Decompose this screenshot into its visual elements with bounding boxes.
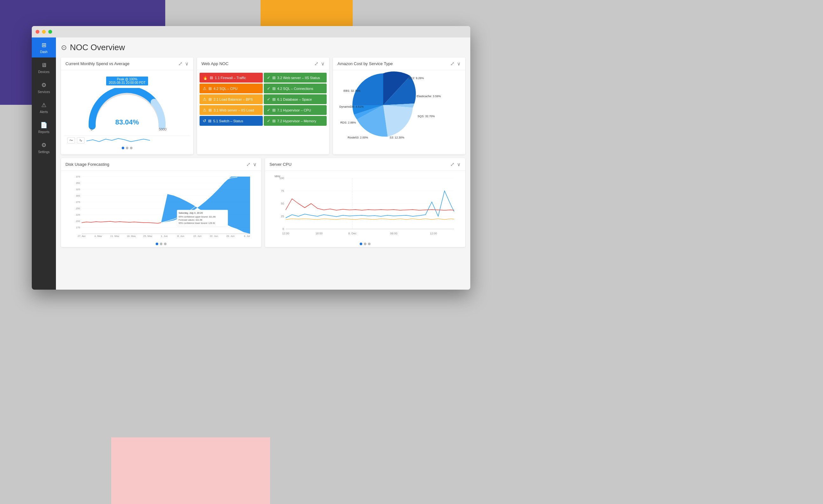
sidebar-item-devices[interactable]: 🖥 Devices <box>32 57 56 77</box>
widget-cpu-controls[interactable]: ⤢ ∨ <box>450 161 461 167</box>
noc-sql-conn-label: 4.2 SQL – Connections <box>278 87 313 90</box>
noc-item-hyp-mem[interactable]: ✓ ▤ 7.2 Hypervisor – Memory <box>264 116 327 126</box>
noc-item-sql-cpu[interactable]: ⚠ ▤ 4.2 SQL – CPU <box>199 83 263 93</box>
noc-item-iis-load[interactable]: ⚠ ▤ 3.1 Web server – IIS Load <box>199 105 263 115</box>
sidebar-label-alerts: Alerts <box>40 110 48 114</box>
noc-firewall-label: 1.1 Firewall – Traffic <box>215 76 246 80</box>
dot-nav-1[interactable] <box>122 147 124 149</box>
widget-disk-controls[interactable]: ⤢ ∨ <box>246 161 257 167</box>
noc-collapse-icon[interactable]: ∨ <box>321 61 325 67</box>
noc-item-icon2: ▤ <box>210 75 213 80</box>
svg-text:22. Jun: 22. Jun <box>210 235 218 237</box>
cpu-dot-1[interactable] <box>360 243 362 245</box>
tooltip-date: Saturday, July 4, 20:20 <box>179 212 203 214</box>
widget-amazon-title: Amazon Cost by Service Type <box>337 61 393 66</box>
noc-warn-icon-2: ⚠ <box>203 97 206 101</box>
noc-item-firewall[interactable]: 🔥 ▤ 1.1 Firewall – Traffic <box>199 73 263 82</box>
noc-db-space-label: 6.1 Database – Space <box>278 97 312 101</box>
noc-item-icon2j: ▤ <box>272 119 276 123</box>
widget-cpu-header: Server CPU ⤢ ∨ <box>265 158 465 171</box>
widget-disk: Disk Usage Forecasting ⤢ ∨ <box>61 158 261 247</box>
noc-lb-label: 2.1 Load Balancer – BPS <box>213 97 253 101</box>
widget-disk-title: Disk Usage Forecasting <box>65 162 109 167</box>
svg-text:50: 50 <box>281 202 284 205</box>
label-s3: S3: 12.30% <box>389 136 404 139</box>
noc-item-sql-conn[interactable]: ✓ ▤ 4.2 SQL – Connections <box>264 83 327 93</box>
sidebar-item-alerts[interactable]: ⚠ Alerts <box>32 97 56 117</box>
svg-text:12:00: 12:00 <box>430 232 437 235</box>
noc-item-icon2f: ▤ <box>272 97 276 101</box>
disk-dot-3[interactable] <box>164 243 167 245</box>
noc-check-icon-5: ✓ <box>267 118 271 123</box>
noc-iis-load-label: 3.1 Web server – IIS Load <box>213 108 254 112</box>
widget-noc-controls[interactable]: ⤢ ∨ <box>314 61 325 67</box>
label-ebs: EBS: 32.76% <box>343 89 361 92</box>
disk-expand-icon[interactable]: ⤢ <box>246 161 251 167</box>
browser-close-button[interactable] <box>36 30 39 34</box>
svg-text:18:00: 18:00 <box>316 232 323 235</box>
sidebar-item-settings[interactable]: ⚙ Settings <box>32 138 56 158</box>
disk-collapse-icon[interactable]: ∨ <box>253 161 257 167</box>
disk-dot-1[interactable] <box>156 243 158 245</box>
sidebar-item-reports[interactable]: 📄 Reports <box>32 117 56 138</box>
svg-text:15. Jun: 15. Jun <box>193 235 201 237</box>
noc-item-hyp-cpu[interactable]: ✓ ▤ 7.1 Hypervisor – CPU <box>264 105 327 115</box>
noc-item-switch[interactable]: ↺ ▤ 5.1 Switch – Status <box>199 116 263 126</box>
pie-container: EC2: 9.26% Elasticache: 3.59% SQS: 32.70… <box>333 70 465 140</box>
gauge-max: 5000 <box>159 128 167 131</box>
collapse-icon[interactable]: ∨ <box>185 61 189 67</box>
svg-text:350: 350 <box>76 182 80 185</box>
cpu-collapse-icon[interactable]: ∨ <box>457 161 461 167</box>
mini-chart <box>87 137 150 144</box>
label-route53: Route53: 2.00% <box>348 136 368 139</box>
sidebar-label-settings: Settings <box>38 150 49 154</box>
expand-icon[interactable]: ⤢ <box>178 61 182 67</box>
widget-spend-controls[interactable]: ⤢ ∨ <box>178 61 189 67</box>
cpu-dot-3[interactable] <box>368 243 370 245</box>
browser-maximize-button[interactable] <box>48 30 52 34</box>
amazon-collapse-icon[interactable]: ∨ <box>457 61 461 67</box>
svg-text:4. May: 4. May <box>95 235 102 237</box>
noc-expand-icon[interactable]: ⤢ <box>314 61 318 67</box>
svg-text:27. Apr: 27. Apr <box>77 235 86 237</box>
devices-icon: 🖥 <box>40 61 48 69</box>
dash-icon: ⊞ <box>40 41 48 49</box>
svg-text:18. May: 18. May <box>127 235 136 237</box>
dot-nav-3[interactable] <box>130 147 133 149</box>
dot-nav-2[interactable] <box>126 147 128 149</box>
widget-noc-header: Web App NOC ⤢ ∨ <box>197 57 329 70</box>
widget-noc-title: Web App NOC <box>201 61 228 66</box>
sidebar-label-dash: Dash <box>40 50 47 54</box>
widget-amazon-header: Amazon Cost by Service Type ⤢ ∨ <box>333 57 465 70</box>
cpu-expand-icon[interactable]: ⤢ <box>450 161 454 167</box>
svg-text:1. Jun: 1. Jun <box>161 235 168 237</box>
cpu-chart-svg: MHz 100 75 50 25 0 <box>268 174 462 240</box>
widget-noc: Web App NOC ⤢ ∨ 🔥 ▤ 1.1 Firewall – Traff… <box>197 57 329 154</box>
sidebar-item-dash[interactable]: ⊞ Dash <box>32 37 56 57</box>
widget-amazon-controls[interactable]: ⤢ ∨ <box>450 61 461 67</box>
gauge-peak-label: Peak @ 100% 2015-08-31 20:00:00 PDT <box>106 76 148 85</box>
gauge-svg: 83.04% 0 5000 <box>86 88 168 133</box>
amazon-expand-icon[interactable]: ⤢ <box>450 61 454 67</box>
sidebar-item-services[interactable]: ⚙ Services <box>32 77 56 97</box>
noc-check-icon-4: ✓ <box>267 108 271 112</box>
browser-minimize-button[interactable] <box>42 30 46 34</box>
chart-type-line-button[interactable]: 〜 <box>67 137 75 144</box>
cpu-dot-2[interactable] <box>364 243 366 245</box>
chart-mini-controls: 〜 ∿ <box>64 136 190 145</box>
widget-spend-title: Current Monthly Spend vs Average <box>65 61 129 66</box>
svg-text:25: 25 <box>281 215 284 218</box>
cpu-chart-area: MHz 100 75 50 25 0 <box>265 171 465 241</box>
disk-dot-2[interactable] <box>160 243 162 245</box>
cpu-blue-line <box>286 191 454 218</box>
svg-text:75: 75 <box>281 189 284 193</box>
disk-chart-area: 375 350 325 300 275 250 225 200 175 <box>61 171 261 241</box>
svg-text:12:00: 12:00 <box>282 232 290 235</box>
noc-item-lb[interactable]: ⚠ ▤ 2.1 Load Balancer – BPS <box>199 94 263 104</box>
noc-item-db-space[interactable]: ✓ ▤ 6.1 Database – Space <box>264 94 327 104</box>
svg-text:300: 300 <box>76 194 80 197</box>
sidebar-label-services: Services <box>38 90 50 94</box>
chart-type-area-button[interactable]: ∿ <box>77 137 85 144</box>
noc-item-iis-status[interactable]: ✓ ▤ 3.2 Web server – IIS Status <box>264 73 327 82</box>
top-widget-row: Current Monthly Spend vs Average ⤢ ∨ Pea… <box>61 57 465 154</box>
